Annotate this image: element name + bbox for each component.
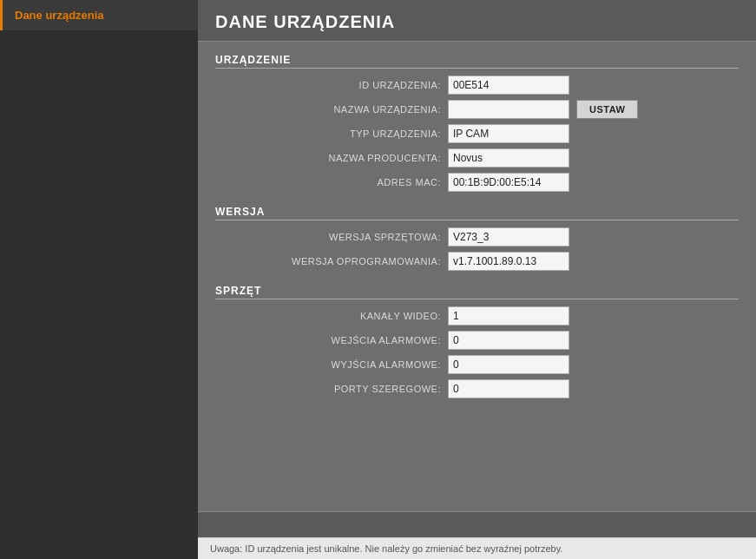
row-nazwa-producenta: NAZWA PRODUCENTA:: [215, 148, 739, 168]
footer-note-text: Uwaga: ID urządzenia jest unikalne. Nie …: [210, 543, 562, 554]
page-title-bar: DANE URZĄDZENIA: [198, 0, 756, 42]
row-wyjscia-alarmowe: WYJŚCIA ALARMOWE:: [215, 355, 739, 374]
input-wejscia-alarmowe[interactable]: [448, 331, 569, 350]
label-nazwa-urzadzenia: NAZWA URZĄDZENIA:: [267, 104, 441, 115]
input-adres-mac[interactable]: [448, 173, 569, 192]
row-id-urzadzenia: ID URZĄDZENIA:: [215, 76, 739, 95]
label-wersja-oprogramowania: WERSJA OPROGRAMOWANIA:: [267, 256, 441, 266]
content-area: URZĄDZENIE ID URZĄDZENIA: NAZWA URZĄDZEN…: [198, 42, 756, 511]
input-wersja-oprogramowania[interactable]: [448, 252, 569, 271]
input-wersja-sprzetowa[interactable]: [448, 227, 569, 247]
input-typ-urzadzenia[interactable]: [448, 124, 569, 143]
input-nazwa-urzadzenia[interactable]: [448, 100, 569, 119]
input-id-urzadzenia[interactable]: [448, 76, 569, 95]
sidebar-item-label: Dane urządzenia: [15, 9, 104, 22]
input-wyjscia-alarmowe[interactable]: [448, 355, 569, 374]
label-wyjscia-alarmowe: WYJŚCIA ALARMOWE:: [267, 359, 441, 370]
input-kanaly-wideo[interactable]: [448, 306, 569, 326]
row-wejscia-alarmowe: WEJŚCIA ALARMOWE:: [215, 331, 739, 350]
section-hardware: SPRZĘT KANAŁY WIDEO: WEJŚCIA ALARMOWE: W…: [215, 281, 739, 398]
section-header-hardware: SPRZĘT: [215, 281, 739, 299]
row-porty-szeregowe: PORTY SZEREGOWE:: [215, 379, 739, 398]
section-version: WERSJA WERSJA SPRZĘTOWA: WERSJA OPROGRAM…: [215, 202, 739, 271]
row-kanaly-wideo: KANAŁY WIDEO:: [215, 306, 739, 326]
section-device: URZĄDZENIE ID URZĄDZENIA: NAZWA URZĄDZEN…: [215, 50, 739, 192]
input-porty-szeregowe[interactable]: [448, 379, 569, 398]
page-title: DANE URZĄDZENIA: [215, 12, 395, 31]
sidebar: Dane urządzenia: [0, 0, 198, 559]
label-wersja-sprzetowa: WERSJA SPRZĘTOWA:: [267, 232, 441, 242]
label-kanaly-wideo: KANAŁY WIDEO:: [267, 311, 441, 321]
label-adres-mac: ADRES MAC:: [267, 177, 441, 187]
row-typ-urzadzenia: TYP URZĄDZENIA:: [215, 124, 739, 143]
row-nazwa-urzadzenia: NAZWA URZĄDZENIA: USTAW: [215, 100, 739, 119]
footer-note: Uwaga: ID urządzenia jest unikalne. Nie …: [198, 537, 756, 559]
label-id-urzadzenia: ID URZĄDZENIA:: [267, 80, 441, 90]
label-typ-urzadzenia: TYP URZĄDZENIA:: [267, 128, 441, 139]
section-header-version: WERSJA: [215, 202, 739, 220]
label-wejscia-alarmowe: WEJŚCIA ALARMOWE:: [267, 335, 441, 345]
sidebar-item-dane-urzadzenia[interactable]: Dane urządzenia: [0, 0, 198, 30]
label-nazwa-producenta: NAZWA PRODUCENTA:: [267, 153, 441, 163]
bottom-bar: [198, 511, 756, 537]
input-nazwa-producenta[interactable]: [448, 148, 569, 168]
main-content: DANE URZĄDZENIA URZĄDZENIE ID URZĄDZENIA…: [198, 0, 756, 559]
row-wersja-sprzetowa: WERSJA SPRZĘTOWA:: [215, 227, 739, 247]
row-adres-mac: ADRES MAC:: [215, 173, 739, 192]
section-header-device: URZĄDZENIE: [215, 50, 739, 69]
row-wersja-oprogramowania: WERSJA OPROGRAMOWANIA:: [215, 252, 739, 271]
ustaw-button[interactable]: USTAW: [576, 100, 638, 119]
label-porty-szeregowe: PORTY SZEREGOWE:: [267, 384, 441, 394]
